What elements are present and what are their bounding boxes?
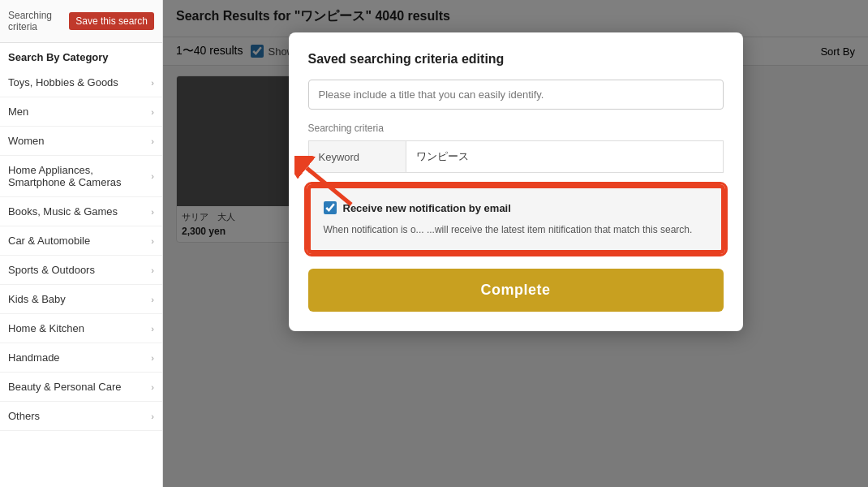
notification-box: Receive new notification by email When n…	[308, 186, 724, 252]
notification-description: When notification is o... ...will receiv…	[324, 222, 708, 237]
sidebar-item-books[interactable]: Books, Music & Games ›	[0, 197, 162, 226]
save-search-button[interactable]: Save this search	[69, 12, 154, 30]
sidebar-item-home-appliances[interactable]: Home Appliances, Smartphone & Cameras ›	[0, 156, 162, 197]
sidebar-item-label: Kids & Baby	[8, 293, 66, 305]
sidebar-item-home-kitchen[interactable]: Home & Kitchen ›	[0, 314, 162, 343]
modal-overlay: Saved searching criteria editing Searchi…	[163, 0, 868, 487]
sidebar-item-label: Books, Music & Games	[8, 205, 118, 218]
sidebar-item-sports[interactable]: Sports & Outdoors ›	[0, 256, 162, 285]
modal-title: Saved searching criteria editing	[308, 52, 724, 67]
chevron-down-icon: ›	[151, 353, 154, 363]
chevron-down-icon: ›	[151, 382, 154, 392]
email-notification-label: Receive new notification by email	[343, 202, 511, 214]
sidebar-item-handmade[interactable]: Handmade ›	[0, 343, 162, 373]
criteria-key: Keyword	[308, 141, 406, 173]
category-section-title: Search By Category	[0, 43, 162, 68]
sidebar-item-label: Home & Kitchen	[8, 322, 84, 334]
complete-button[interactable]: Complete	[308, 269, 724, 312]
criteria-value: ワンピース	[406, 141, 723, 173]
sidebar-item-label: Toys, Hobbies & Goods	[8, 76, 118, 88]
chevron-down-icon: ›	[151, 412, 154, 421]
chevron-down-icon: ›	[151, 207, 154, 217]
criteria-row: Keyword ワンピース	[308, 141, 723, 173]
sidebar-item-kids[interactable]: Kids & Baby ›	[0, 285, 162, 314]
sidebar-item-label: Women	[8, 135, 45, 147]
sidebar-item-toys[interactable]: Toys, Hobbies & Goods ›	[0, 68, 162, 97]
sidebar-item-men[interactable]: Men ›	[0, 97, 162, 127]
searching-criteria-section-label: Searching criteria	[308, 123, 724, 134]
sidebar-item-beauty[interactable]: Beauty & Personal Care ›	[0, 373, 162, 402]
chevron-down-icon: ›	[151, 324, 154, 334]
page-wrapper: Searching criteria Save this search Sear…	[0, 0, 868, 487]
chevron-down-icon: ›	[151, 171, 154, 181]
chevron-down-icon: ›	[151, 136, 154, 146]
sidebar: Searching criteria Save this search Sear…	[0, 0, 163, 487]
svg-line-1	[307, 168, 351, 205]
sidebar-item-women[interactable]: Women ›	[0, 127, 162, 156]
chevron-down-icon: ›	[151, 295, 154, 304]
notification-checkbox-row: Receive new notification by email	[324, 201, 708, 214]
sidebar-header: Searching criteria Save this search	[0, 0, 162, 43]
sidebar-item-car[interactable]: Car & Automobile ›	[0, 226, 162, 256]
modal-dialog: Saved searching criteria editing Searchi…	[289, 32, 743, 331]
title-input[interactable]	[308, 80, 724, 110]
sidebar-item-label: Car & Automobile	[8, 235, 90, 247]
chevron-down-icon: ›	[151, 107, 154, 117]
chevron-down-icon: ›	[151, 78, 154, 88]
main-content: Search Results for "ワンピース" 4040 results …	[163, 0, 868, 487]
sidebar-item-label: Others	[8, 410, 40, 422]
criteria-table: Keyword ワンピース	[308, 140, 724, 173]
sidebar-item-label: Home Appliances, Smartphone & Cameras	[8, 164, 151, 188]
searching-criteria-label: Searching criteria	[8, 10, 62, 32]
sidebar-item-label: Handmade	[8, 351, 60, 364]
sidebar-item-label: Sports & Outdoors	[8, 264, 95, 276]
sidebar-item-label: Men	[8, 106, 28, 118]
chevron-down-icon: ›	[151, 265, 154, 275]
sidebar-item-label: Beauty & Personal Care	[8, 381, 121, 393]
sidebar-item-others[interactable]: Others ›	[0, 402, 162, 431]
chevron-down-icon: ›	[151, 236, 154, 246]
email-notification-checkbox[interactable]	[324, 201, 337, 214]
